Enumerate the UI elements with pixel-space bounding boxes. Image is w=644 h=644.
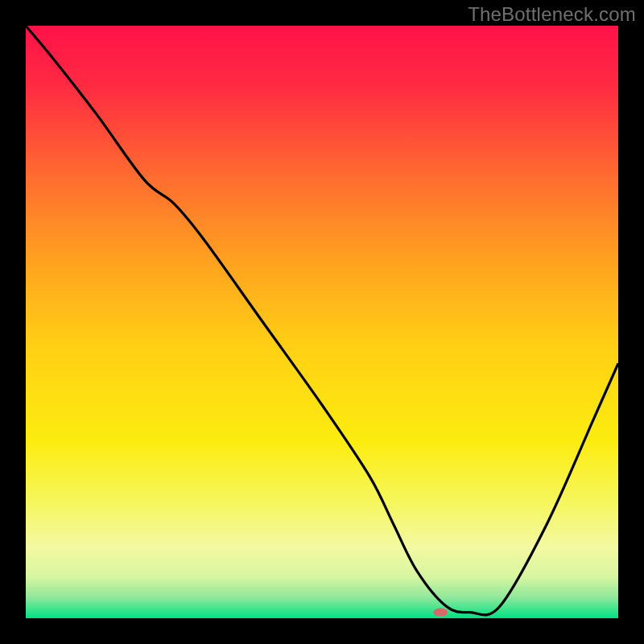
chart-svg (0, 0, 644, 644)
plot-background (26, 26, 618, 618)
chart-frame: TheBottleneck.com (0, 0, 644, 644)
optimal-marker (433, 609, 448, 617)
watermark-text: TheBottleneck.com (468, 3, 636, 26)
